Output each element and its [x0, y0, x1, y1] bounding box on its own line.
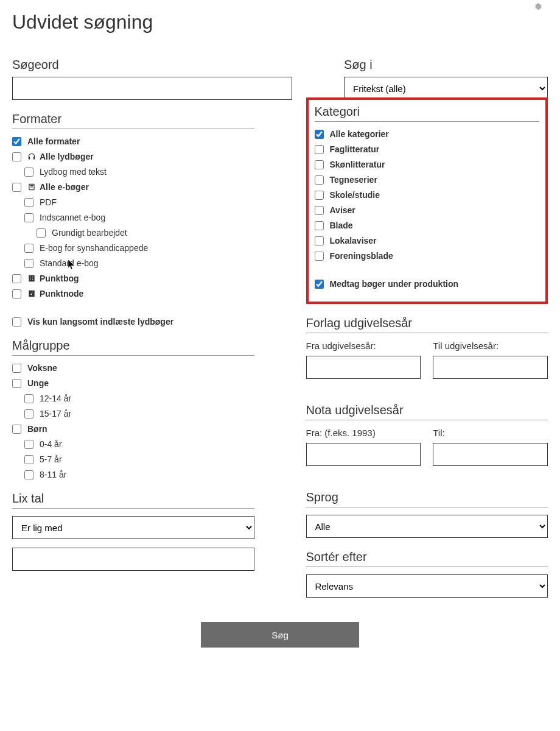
sort-select[interactable]: Relevans	[306, 574, 548, 598]
checkbox-born[interactable]	[12, 425, 21, 434]
forlag-til-input[interactable]	[433, 356, 548, 379]
checkbox-label: Faglitteratur	[330, 144, 380, 154]
checkbox-row-alle-formater[interactable]: Alle formater	[12, 136, 254, 146]
checkbox-row-standard-ebog[interactable]: Standard e-bog	[24, 258, 254, 268]
checkbox-row-skonlitteratur[interactable]: Skønlitteratur	[315, 160, 540, 169]
checkbox-alle-lydboger[interactable]	[12, 152, 21, 161]
checkbox-lydbog-tekst[interactable]	[24, 168, 33, 177]
nota-aar-heading: Nota udgivelsesår	[306, 403, 548, 420]
checkbox-row-foreningsblade[interactable]: Foreningsblade	[315, 251, 540, 261]
checkbox-row-5-7[interactable]: 5-7 år	[24, 454, 254, 464]
search-in-select[interactable]: Fritekst (alle)	[344, 77, 548, 100]
checkbox-row-skole[interactable]: Skole/studie	[315, 190, 540, 200]
checkbox-row-lokalaviser[interactable]: Lokalaviser	[315, 236, 540, 245]
checkbox-label: Aviser	[330, 205, 355, 215]
checkbox-row-alle-eboger[interactable]: Alle e-bøger	[12, 182, 254, 192]
checkbox-row-born[interactable]: Børn	[12, 424, 254, 434]
checkbox-row-tegneserier[interactable]: Tegneserier	[315, 175, 540, 185]
sprog-select[interactable]: Alle	[306, 515, 548, 538]
checkbox-label: Standard e-bog	[40, 258, 99, 268]
checkbox-label: Foreningsblade	[330, 251, 393, 261]
checkbox-row-pdf[interactable]: PDF	[24, 197, 254, 207]
checkbox-alle-formater[interactable]	[12, 137, 21, 146]
checkbox-skonlitteratur[interactable]	[315, 160, 324, 169]
search-submit-button[interactable]: Søg	[201, 622, 359, 648]
checkbox-label: 15-17 år	[40, 409, 71, 418]
search-word-input[interactable]	[12, 77, 292, 100]
checkbox-label: Voksne	[27, 363, 57, 373]
checkbox-label: Blade	[330, 221, 353, 230]
checkbox-row-15-17[interactable]: 15-17 år	[24, 409, 254, 418]
checkbox-row-vis-kun[interactable]: Vis kun langsomt indlæste lydbøger	[12, 317, 254, 327]
page-title: Udvidet søgning	[12, 11, 548, 34]
checkbox-5-7[interactable]	[24, 455, 33, 464]
svg-point-2	[32, 277, 33, 278]
checkbox-punktbog[interactable]	[12, 274, 21, 283]
checkbox-row-lydbog-tekst[interactable]: Lydbog med tekst	[24, 167, 254, 177]
checkbox-alle-eboger[interactable]	[12, 183, 21, 192]
lix-operator-select[interactable]: Er lig med	[12, 516, 254, 539]
nota-fra-label: Fra: (f.eks. 1993)	[306, 428, 421, 438]
checkbox-blade[interactable]	[315, 221, 324, 230]
checkbox-row-blade[interactable]: Blade	[315, 221, 540, 230]
braille-icon	[27, 274, 36, 283]
checkbox-row-unge[interactable]: Unge	[12, 378, 254, 388]
gear-icon[interactable]	[533, 2, 542, 13]
checkbox-indscannet[interactable]	[24, 213, 33, 222]
checkbox-row-grundigt[interactable]: Grundigt bearbejdet	[37, 228, 254, 238]
checkbox-foreningsblade[interactable]	[315, 252, 324, 261]
checkbox-row-aviser[interactable]: Aviser	[315, 205, 540, 215]
checkbox-pdf[interactable]	[24, 198, 33, 207]
checkbox-row-alle-lydboger[interactable]: Alle lydbøger	[12, 152, 254, 161]
nota-fra-input[interactable]	[306, 443, 421, 466]
checkbox-tegneserier[interactable]	[315, 175, 324, 185]
checkbox-row-voksne[interactable]: Voksne	[12, 363, 254, 373]
checkbox-row-punktnode[interactable]: Punktnode	[12, 289, 254, 298]
svg-point-4	[32, 278, 33, 280]
checkbox-8-11[interactable]	[24, 470, 33, 479]
checkbox-aviser[interactable]	[315, 206, 324, 215]
forlag-aar-heading: Forlag udgivelsesår	[306, 316, 548, 333]
lix-heading: Lix tal	[12, 492, 254, 509]
checkbox-label: Medtag bøger under produktion	[330, 279, 459, 289]
checkbox-12-14[interactable]	[24, 394, 33, 403]
checkbox-medtag[interactable]	[315, 280, 324, 289]
checkbox-15-17[interactable]	[24, 409, 33, 418]
checkbox-row-alle-kategorier[interactable]: Alle kategorier	[315, 129, 540, 139]
note-icon	[27, 289, 36, 298]
checkbox-row-8-11[interactable]: 8-11 år	[24, 470, 254, 479]
forlag-fra-input[interactable]	[306, 356, 421, 379]
checkbox-row-ebog-synshandicappede[interactable]: E-bog for synshandicappede	[24, 243, 254, 253]
checkbox-vis-kun[interactable]	[12, 317, 21, 327]
checkbox-label: Børn	[27, 424, 47, 434]
checkbox-lokalaviser[interactable]	[315, 236, 324, 245]
nota-til-input[interactable]	[433, 443, 548, 466]
checkbox-faglitteratur[interactable]	[315, 145, 324, 154]
checkbox-label: Punktnode	[40, 289, 83, 298]
headphones-icon	[27, 152, 36, 161]
checkbox-grundigt[interactable]	[37, 228, 46, 238]
lix-value-input[interactable]	[12, 548, 254, 571]
checkbox-standard-ebog[interactable]	[24, 259, 33, 268]
checkbox-ebog-synshandicappede[interactable]	[24, 244, 33, 253]
checkbox-label: Lokalaviser	[330, 236, 377, 245]
checkbox-label: PDF	[40, 197, 57, 207]
checkbox-row-punktbog[interactable]: Punktbog	[12, 274, 254, 283]
svg-point-3	[30, 278, 31, 280]
checkbox-row-faglitteratur[interactable]: Faglitteratur	[315, 144, 540, 154]
checkbox-row-medtag[interactable]: Medtag bøger under produktion	[315, 279, 540, 289]
checkbox-voksne[interactable]	[12, 364, 21, 373]
checkbox-label: Alle lydbøger	[40, 152, 94, 161]
checkbox-row-0-4[interactable]: 0-4 år	[24, 439, 254, 449]
checkbox-skole[interactable]	[315, 191, 324, 200]
checkbox-0-4[interactable]	[24, 440, 33, 449]
checkbox-row-indscannet[interactable]: Indscannet e-bog	[24, 213, 254, 222]
checkbox-punktnode[interactable]	[12, 289, 21, 298]
checkbox-label: Grundigt bearbejdet	[52, 228, 127, 238]
checkbox-unge[interactable]	[12, 379, 21, 388]
checkbox-label: 0-4 år	[40, 439, 62, 449]
checkbox-label: Punktbog	[40, 274, 79, 283]
checkbox-label: Lydbog med tekst	[40, 167, 107, 177]
checkbox-alle-kategorier[interactable]	[315, 130, 324, 139]
checkbox-row-12-14[interactable]: 12-14 år	[24, 394, 254, 403]
